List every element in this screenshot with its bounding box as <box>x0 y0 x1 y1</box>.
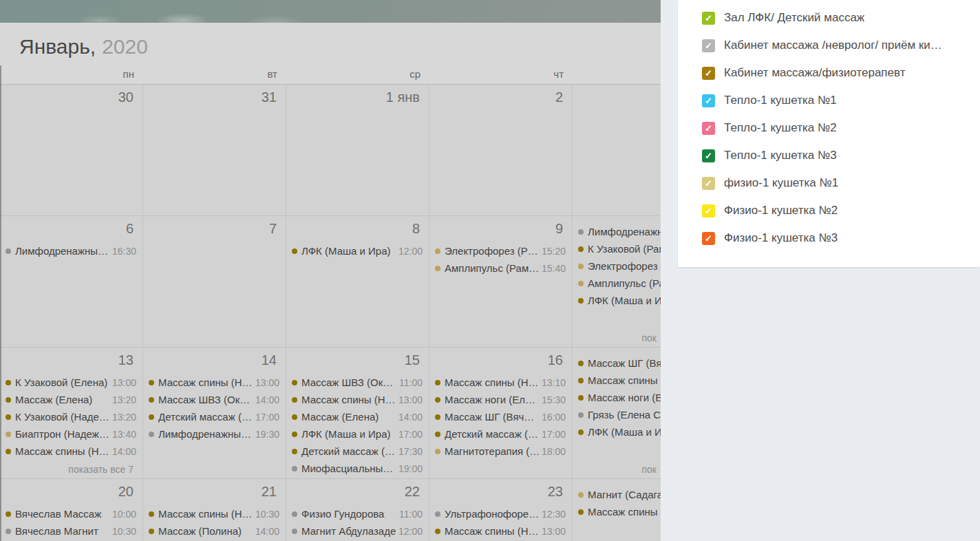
event-item[interactable]: Вячеслав Массаж10:00 <box>0 505 142 522</box>
event-item[interactable]: Лимфодренажны…19:30 <box>143 425 286 443</box>
event-item[interactable]: ЛФК (Маша и И <box>573 292 659 309</box>
event-item[interactable]: К Узаковой (Рам <box>573 240 659 257</box>
event-item[interactable]: К Узаковой (Елена)13:00 <box>0 374 142 391</box>
day-cell[interactable]: Массаж ШГ (ВяМассаж спиныМассаж ноги (ЕГ… <box>573 348 659 478</box>
day-cell[interactable]: 31 <box>143 85 286 215</box>
event-item[interactable]: К Узаковой (Наде…13:20 <box>0 408 142 425</box>
event-item[interactable]: Вячеслав Магнит10:30 <box>0 522 142 540</box>
checkbox-checked-icon[interactable]: ✓ <box>702 232 715 245</box>
legend-label[interactable]: Физио-1 кушетка №2 <box>724 204 838 218</box>
event-item[interactable]: Массаж ноги (Е <box>573 389 659 406</box>
event-item[interactable]: Лимфодренажн <box>573 223 659 240</box>
event-item[interactable]: Массаж (Елена)13:20 <box>0 391 142 408</box>
event-item[interactable]: Массаж спины <box>573 503 659 520</box>
event-item[interactable]: Массаж спины (Н…13:00 <box>143 374 286 391</box>
checkbox-checked-icon[interactable]: ✓ <box>702 204 715 218</box>
show-all-link[interactable]: показать все 7 <box>0 464 142 475</box>
event-item[interactable]: Магнит Абдулазаде12:00 <box>286 522 429 540</box>
event-item[interactable]: Массаж ШВЗ (Ок…11:00 <box>286 374 429 391</box>
event-item[interactable]: Массаж ШВЗ (Ок…14:00 <box>143 391 286 408</box>
event-dot-icon <box>149 380 154 385</box>
event-item[interactable]: Лимфодренажны…16:30 <box>0 242 142 259</box>
checkbox-checked-icon[interactable]: ✓ <box>702 94 715 107</box>
event-item[interactable]: Массаж (Полина)14:00 <box>143 522 286 540</box>
day-cell[interactable]: 13К Узаковой (Елена)13:00Массаж (Елена)1… <box>0 348 143 478</box>
event-item[interactable]: Массаж спины (Н…13:00 <box>286 391 429 408</box>
day-cell[interactable]: 14Массаж спины (Н…13:00Массаж ШВЗ (Ок…14… <box>143 348 286 478</box>
event-item[interactable]: ЛФК (Маша и Ира)12:00 <box>286 242 429 259</box>
event-item[interactable]: Массаж спины (Н…13:10 <box>429 374 572 391</box>
event-item[interactable]: ЛФК (Маша и Ира)17:00 <box>286 425 429 443</box>
day-cell[interactable]: 8ЛФК (Маша и Ира)12:00 <box>286 216 429 347</box>
event-item[interactable]: Ультрафонофоре…12:30 <box>429 505 572 522</box>
event-item[interactable]: Массаж спины <box>573 372 659 389</box>
day-cell[interactable]: 6Лимфодренажны…16:30 <box>0 216 143 347</box>
checkbox-checked-icon[interactable]: ✓ <box>702 12 715 25</box>
day-cell[interactable]: 9Электрофорез (Р…15:20Амплипульс (Рам…15… <box>429 216 573 347</box>
event-item[interactable]: Магнитотерапия (…18:00 <box>429 443 572 460</box>
legend-label[interactable]: Тепло-1 кушетка №2 <box>724 121 837 135</box>
show-all-link[interactable]: пок <box>573 332 659 343</box>
event-time: 14:00 <box>112 446 136 457</box>
event-item[interactable]: Амплипульс (Рам…15:40 <box>429 259 572 277</box>
checkbox-checked-icon[interactable]: ✓ <box>702 67 715 80</box>
event-item[interactable]: Биаптрон (Надеж…13:40 <box>0 425 142 443</box>
event-item[interactable]: Массаж спины (Н…14:00 <box>0 443 142 460</box>
legend-item[interactable]: ✓физио-1 кушетка №1 <box>678 169 980 197</box>
legend-label[interactable]: Кабинет массажа/физиотерапевт <box>724 66 905 80</box>
day-cell[interactable] <box>573 85 659 215</box>
day-cell[interactable]: 2 <box>429 85 573 215</box>
legend-label[interactable]: Зал ЛФК/ Детский массаж <box>724 11 864 25</box>
legend-label[interactable]: Тепло-1 кушетка №3 <box>724 149 837 162</box>
legend-item[interactable]: ✓Зал ЛФК/ Детский массаж <box>678 4 980 32</box>
legend-item[interactable]: ✓Кабинет массажа/физиотерапевт <box>678 59 980 87</box>
day-number: 9 <box>429 219 572 238</box>
event-item[interactable]: Детский массаж (…17:00 <box>429 425 572 443</box>
legend-item[interactable]: ✓Тепло-1 кушетка №2 <box>678 114 980 142</box>
event-item[interactable]: Электрофорез (Р…15:20 <box>429 242 572 259</box>
legend-item[interactable]: ✓Тепло-1 кушетка №3 <box>678 142 980 169</box>
checkbox-checked-icon[interactable]: ✓ <box>702 122 715 135</box>
event-item[interactable]: Массаж спины (Н…10:30 <box>143 505 286 522</box>
day-cell[interactable]: 16Массаж спины (Н…13:10Массаж ноги (Ел…1… <box>429 348 573 478</box>
event-item[interactable]: Массаж (Елена)14:00 <box>286 408 429 425</box>
event-time: 13:40 <box>112 429 136 440</box>
day-cell[interactable]: 30 <box>0 85 143 215</box>
event-item[interactable]: ЛФК (Маша и И <box>573 423 659 441</box>
legend-item[interactable]: ✓Физио-1 кушетка №3 <box>678 224 980 252</box>
show-all-link[interactable]: пок <box>573 464 659 475</box>
event-item[interactable]: Детский массаж (…17:30 <box>286 443 429 460</box>
event-item[interactable]: Магнит (Садага <box>573 486 659 503</box>
event-item[interactable]: Амплипульс (Ра <box>573 275 659 292</box>
event-item[interactable]: Физио Гундорова11:00 <box>286 505 429 522</box>
legend-item[interactable]: ✓Физио-1 кушетка №2 <box>678 197 980 224</box>
checkbox-checked-icon[interactable]: ✓ <box>702 177 715 190</box>
day-cell[interactable]: 23Ультрафонофоре…12:30Массаж спины (Н…13… <box>429 479 573 541</box>
day-cell[interactable]: 22Физио Гундорова11:00Магнит Абдулазаде1… <box>286 479 429 541</box>
day-cell[interactable]: 1 янв <box>286 85 429 215</box>
event-item[interactable]: Миофасциальны…19:00 <box>286 460 429 477</box>
event-title: Миофасциальны… <box>301 463 396 474</box>
day-cell[interactable]: ЛимфодренажнК Узаковой (РамЭлектрофорез … <box>573 216 659 347</box>
event-item[interactable]: Грязь (Елена С <box>573 406 659 423</box>
day-cell[interactable]: 7 <box>143 216 286 347</box>
day-cell[interactable]: 20Вячеслав Массаж10:00Вячеслав Магнит10:… <box>0 479 143 541</box>
checkbox-checked-icon[interactable]: ✓ <box>702 149 715 162</box>
legend-label[interactable]: Кабинет массажа /невролог/ приём ки… <box>724 39 942 52</box>
day-cell[interactable]: 15Массаж ШВЗ (Ок…11:00Массаж спины (Н…13… <box>286 348 429 478</box>
day-cell[interactable]: Магнит (СадагаМассаж спины <box>573 479 659 541</box>
legend-label[interactable]: Тепло-1 кушетка №1 <box>724 94 837 107</box>
event-item[interactable]: Массаж ШГ (Вя <box>573 354 659 372</box>
event-item[interactable]: Массаж спины (Н…13:00 <box>429 522 572 540</box>
event-item[interactable]: Массаж ШГ (Вяч…16:00 <box>429 408 572 425</box>
legend-label[interactable]: Физио-1 кушетка №3 <box>724 231 838 245</box>
event-dot-icon <box>578 281 584 286</box>
legend-item[interactable]: ✓Кабинет массажа /невролог/ приём ки… <box>678 32 980 59</box>
event-item[interactable]: Массаж ноги (Ел…15:30 <box>429 391 572 408</box>
checkbox-checked-icon[interactable]: ✓ <box>702 39 715 52</box>
event-item[interactable]: Электрофорез ( <box>573 257 659 275</box>
legend-label[interactable]: физио-1 кушетка №1 <box>724 176 838 190</box>
legend-item[interactable]: ✓Тепло-1 кушетка №1 <box>678 87 980 114</box>
day-cell[interactable]: 21Массаж спины (Н…10:30Массаж (Полина)14… <box>143 479 286 541</box>
event-item[interactable]: Детский массаж (…17:00 <box>143 408 286 425</box>
